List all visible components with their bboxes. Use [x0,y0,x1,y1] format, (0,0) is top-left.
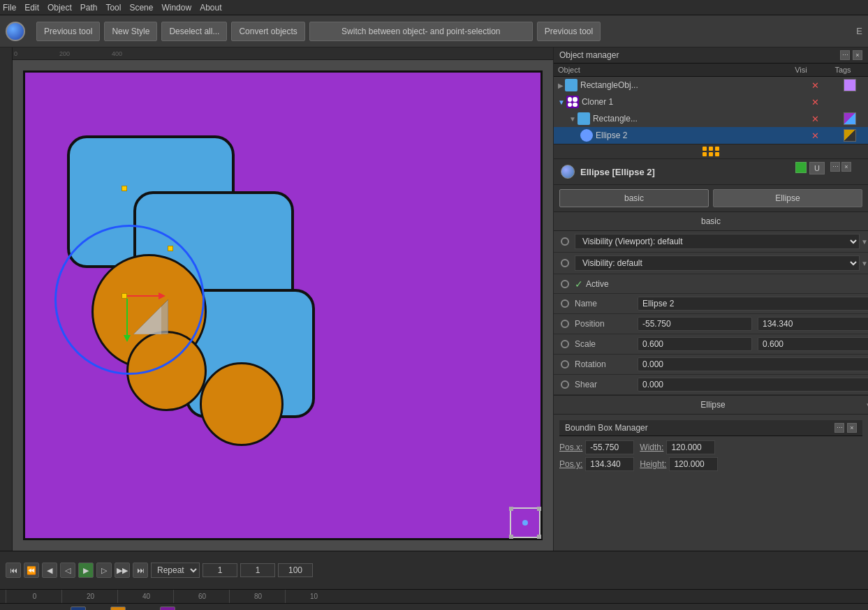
position-y-input[interactable] [758,317,868,331]
handle-right[interactable] [168,246,173,251]
dropdown-arrow[interactable]: ▼ [861,238,868,246]
canvas-area[interactable]: 0 200 400 [0,47,554,551]
obj-manager-close[interactable]: × [853,50,862,60]
play-to-start[interactable]: ⏮ [6,563,21,578]
menu-object[interactable]: Object [47,3,72,13]
drag-handle-area[interactable] [554,144,868,158]
handle-top[interactable] [122,186,127,191]
name-input[interactable] [638,297,868,311]
previous-tool-button[interactable]: Previous tool [36,22,100,41]
expand-arrow[interactable]: ▶ [558,82,564,89]
bb-posx-label[interactable]: Pos.x: [559,442,582,452]
tab-ellipse[interactable]: Ellipse [713,189,862,207]
shear-input[interactable] [638,378,868,392]
tag-purple[interactable] [844,79,856,91]
bb-close[interactable]: × [847,423,857,433]
obj-row-ellipse2[interactable]: Ellipse 2 ✕ [554,127,868,144]
dropdown-arrow2[interactable]: ▼ [861,260,868,267]
prop-bullet-vis-viewport[interactable] [561,237,569,246]
previous-tool-button2[interactable]: Previous tool [537,22,601,41]
scale-x-input[interactable] [638,337,752,351]
frame-max-input[interactable] [278,563,313,577]
prev-frame[interactable]: ◀ [42,563,57,578]
menu-path[interactable]: Path [80,3,98,13]
expand-arrow-cloner[interactable]: ▼ [558,98,565,106]
style-item-orange[interactable]: orange [110,607,154,611]
tool-selector[interactable] [6,22,25,41]
bbox-widget[interactable] [510,507,540,538]
visibility-viewport-dropdown[interactable]: Visibility (Viewport): default [575,234,860,249]
tab-basic[interactable]: basic [559,189,709,207]
position-x-input[interactable] [638,317,752,331]
convert-objects-button[interactable]: Convert objects [231,22,304,41]
visi-toggle-ellipse2[interactable]: ✕ [811,131,819,141]
active-checkbox-area[interactable]: ✓ Active [575,278,609,290]
style-item-blue[interactable]: blue [71,607,105,611]
cloner-icon-wrapper [566,96,579,108]
prop-bullet-name[interactable] [561,299,569,308]
scale-y-input[interactable] [758,337,868,351]
switch-selection-button[interactable]: Switch between object- and point-selecti… [309,22,533,41]
rotation-input[interactable] [638,357,868,371]
handle-center[interactable] [122,293,127,299]
prop-bullet-vis[interactable] [561,259,569,267]
new-style-button[interactable]: New Style [104,22,157,41]
menu-tool[interactable]: Tool [105,3,121,13]
props-title: Ellipse [Ellipse 2] [580,167,655,177]
section-ellipse-collapse[interactable]: Ellipse ▼ [554,395,868,414]
prop-bullet-shear[interactable] [561,380,569,389]
prop-bullet-rotation[interactable] [561,360,569,369]
prev-step[interactable]: ◁ [60,563,75,578]
obj-row-rectangle-child[interactable]: ▼ Rectangle... ✕ [554,110,868,127]
play-forward[interactable]: ▶ [78,563,94,578]
viewport[interactable] [13,60,553,551]
tag-preview[interactable] [844,112,856,125]
section-title-basic: basic [554,212,868,231]
prop-bullet-pos[interactable] [561,320,569,328]
bb-height: Height: [640,457,718,471]
scene-canvas[interactable] [23,70,543,540]
bb-posy-input[interactable] [585,457,634,471]
bb-height-label[interactable]: Height: [640,459,666,469]
menu-about[interactable]: About [200,3,221,13]
prop-bullet-active[interactable] [561,280,569,288]
visibility-dropdown[interactable]: Visibility: default [575,255,860,271]
tag-ellipse[interactable] [844,129,856,142]
frame-end-input[interactable] [240,563,275,577]
repeat-select[interactable]: Repeat Ping Pong Once [151,563,200,578]
props-close[interactable]: × [841,162,851,172]
menu-scene[interactable]: Scene [129,3,153,13]
props-pin[interactable]: ⋯ [830,162,840,172]
bb-width-label[interactable]: Width: [640,442,663,452]
step-back[interactable]: ⏪ [24,563,39,578]
prop-shear: Shear [554,375,868,395]
frame-start-input[interactable] [203,563,237,577]
bb-posy-label[interactable]: Pos.y: [559,459,582,469]
next-step[interactable]: ▷ [96,563,112,578]
deselect-all-button[interactable]: Deselect all... [161,22,227,41]
visi-toggle-rect-child[interactable]: ✕ [811,114,819,124]
drag-handle[interactable] [700,147,721,156]
active-checkmark: ✓ [575,278,583,290]
bounding-box-manager: Boundin Box Manager ⋯ × Pos.x: Width: [554,414,868,477]
visi-toggle-cloner[interactable]: ✕ [811,97,819,107]
prop-bullet-scale[interactable] [561,340,569,348]
obj-row-rectangle-root[interactable]: ▶ RectangleObj... ✕ [554,77,868,94]
bb-pin[interactable]: ⋯ [834,423,844,433]
obj-manager-pin[interactable]: ⋯ [840,50,850,60]
style-item-purple[interactable]: purple [160,607,201,611]
expand-arrow-rect-child[interactable]: ▼ [569,115,576,123]
u-button[interactable]: U [809,162,825,174]
next-frame[interactable]: ▶▶ [115,563,130,578]
visi-toggle[interactable]: ✕ [811,80,819,91]
menu-file[interactable]: File [3,3,16,13]
menu-window[interactable]: Window [161,3,191,13]
bb-posx-input[interactable] [585,440,634,454]
green-indicator[interactable] [795,162,807,173]
prop-name: Name [554,294,868,314]
menu-edit[interactable]: Edit [24,3,39,13]
bb-width-input[interactable] [666,440,715,454]
obj-row-cloner[interactable]: ▼ Cloner 1 ✕ [554,94,868,110]
bb-height-input[interactable] [669,457,718,471]
play-to-end[interactable]: ⏭ [133,563,148,578]
